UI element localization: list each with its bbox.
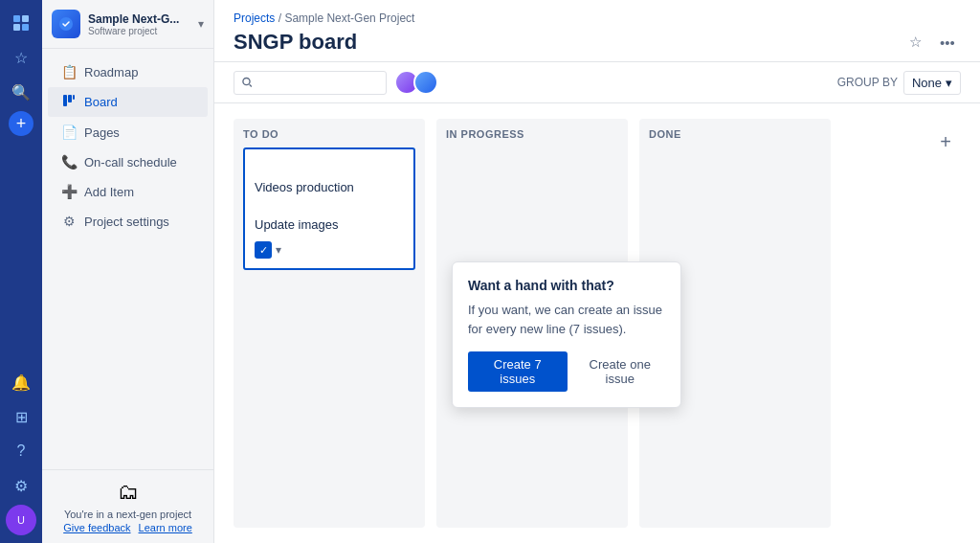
- icon-rail: ☆ 🔍 + 🔔 ⊞ ? ⚙ U: [0, 0, 42, 543]
- svg-rect-7: [73, 95, 75, 100]
- board-icon: [61, 94, 77, 110]
- apps-icon[interactable]: ⊞: [6, 401, 36, 432]
- chevron-down-icon: ▾: [946, 76, 952, 90]
- svg-rect-2: [13, 24, 20, 31]
- additem-icon: ➕: [61, 184, 77, 199]
- breadcrumb: Projects / Sample Next-Gen Project: [234, 11, 961, 25]
- header-actions: ☆ •••: [902, 29, 961, 56]
- user-avatar-icon[interactable]: U: [6, 505, 36, 535]
- sidebar-label-settings: Project settings: [84, 215, 169, 229]
- breadcrumb-projects[interactable]: Projects: [234, 11, 275, 25]
- search-icon: [242, 77, 253, 88]
- search-box[interactable]: [234, 71, 387, 95]
- page-header: Projects / Sample Next-Gen Project SNGP …: [214, 0, 980, 62]
- create-one-issue-button[interactable]: Create one issue: [575, 351, 666, 392]
- sidebar-item-settings[interactable]: ⚙ Project settings: [48, 207, 208, 236]
- add-column-button[interactable]: +: [930, 126, 961, 157]
- sidebar-label-roadmap: Roadmap: [84, 65, 138, 79]
- page-title: SNGP board: [234, 30, 357, 55]
- card-line2: Update images: [255, 217, 338, 232]
- project-logo: [52, 10, 80, 38]
- sidebar-label-pages: Pages: [84, 125, 120, 140]
- sidebar-label-additem: Add Item: [84, 185, 134, 199]
- project-name: Sample Next-G...: [88, 12, 190, 26]
- give-feedback-link[interactable]: Give feedback: [63, 522, 130, 533]
- svg-rect-5: [63, 95, 67, 106]
- svg-point-8: [243, 79, 250, 85]
- group-by-label: GROUP BY: [837, 76, 898, 89]
- svg-rect-3: [22, 24, 29, 31]
- group-by-select[interactable]: None ▾: [903, 71, 961, 95]
- board-card[interactable]: Videos production Update images ✓ ▾: [243, 147, 415, 270]
- sidebar-footer: 🗂 You're in a next-gen project Give feed…: [42, 469, 213, 543]
- svg-line-9: [250, 84, 252, 86]
- pages-icon: 📄: [61, 124, 77, 140]
- search-nav-icon[interactable]: 🔍: [6, 77, 36, 107]
- column-header-inprogress: IN PROGRESS: [446, 128, 618, 140]
- oncall-icon: 📞: [61, 154, 77, 170]
- project-header[interactable]: Sample Next-G... Software project ▾: [42, 0, 213, 49]
- column-header-done: DONE: [649, 128, 821, 140]
- sidebar-label-oncall: On-call schedule: [84, 155, 177, 170]
- create-button[interactable]: +: [9, 111, 33, 136]
- app-logo-icon[interactable]: [6, 8, 36, 38]
- settings-nav-icon: ⚙: [61, 214, 77, 229]
- check-icon[interactable]: ✓: [255, 241, 272, 259]
- expand-icon[interactable]: ▾: [276, 243, 281, 257]
- sidebar-item-board[interactable]: Board: [48, 87, 208, 117]
- svg-rect-6: [68, 95, 72, 102]
- nextgen-folder-icon: 🗂: [52, 480, 204, 505]
- sidebar-nav: 📋 Roadmap Board 📄 Pages 📞 On-call schedu…: [42, 49, 213, 469]
- bell-icon[interactable]: 🔔: [6, 367, 36, 397]
- column-todo: TO DO Videos production Update images ✓ …: [234, 119, 425, 528]
- svg-rect-1: [22, 15, 29, 22]
- roadmap-icon: 📋: [61, 64, 77, 79]
- search-input[interactable]: [256, 76, 378, 90]
- star-nav-icon[interactable]: ☆: [6, 42, 36, 73]
- project-info: Sample Next-G... Software project: [88, 12, 190, 36]
- help-icon[interactable]: ?: [6, 436, 36, 466]
- settings-icon[interactable]: ⚙: [6, 470, 36, 501]
- board-area: TO DO Videos production Update images ✓ …: [214, 103, 980, 543]
- nextgen-badge-text: You're in a next-gen project: [52, 509, 204, 520]
- member-avatars: [394, 70, 438, 95]
- sidebar-item-pages[interactable]: 📄 Pages: [48, 118, 208, 147]
- sidebar-item-additem[interactable]: ➕ Add Item: [48, 177, 208, 206]
- chevron-down-icon[interactable]: ▾: [198, 17, 204, 31]
- popover-text: If you want, we can create an issue for …: [468, 301, 665, 338]
- learn-more-link[interactable]: Learn more: [139, 522, 192, 533]
- sidebar-item-oncall[interactable]: 📞 On-call schedule: [48, 147, 208, 176]
- group-by-value: None: [912, 76, 942, 90]
- column-header-todo: TO DO: [243, 128, 415, 140]
- sidebar-label-board: Board: [84, 95, 118, 109]
- card-line1: Videos production: [255, 180, 354, 194]
- card-actions: ✓ ▾: [255, 241, 404, 259]
- project-type: Software project: [88, 26, 190, 36]
- main-content: Projects / Sample Next-Gen Project SNGP …: [214, 0, 980, 543]
- popover-actions: Create 7 issues Create one issue: [468, 351, 665, 392]
- create-issues-popover: Want a hand with that? If you want, we c…: [452, 261, 681, 408]
- board-toolbar: GROUP BY None ▾: [214, 62, 980, 103]
- sidebar: Sample Next-G... Software project ▾ 📋 Ro…: [42, 0, 214, 543]
- favorite-button[interactable]: ☆: [902, 29, 928, 56]
- sidebar-item-roadmap[interactable]: 📋 Roadmap: [48, 57, 208, 86]
- popover-title: Want a hand with that?: [468, 278, 665, 293]
- avatar-2[interactable]: [413, 70, 438, 95]
- more-options-button[interactable]: •••: [934, 29, 961, 56]
- card-content: Videos production Update images: [255, 159, 404, 234]
- breadcrumb-project: Sample Next-Gen Project: [284, 11, 414, 25]
- svg-rect-0: [13, 15, 20, 22]
- create-issues-button[interactable]: Create 7 issues: [468, 351, 568, 392]
